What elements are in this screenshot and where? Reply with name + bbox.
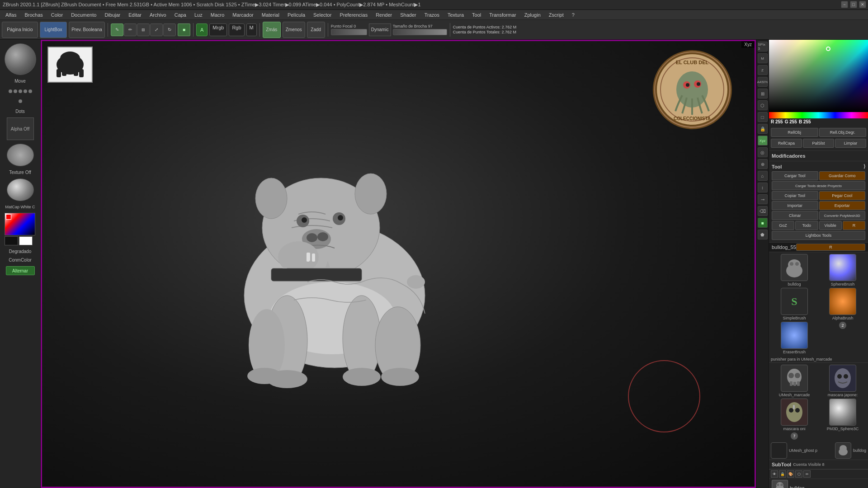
pm3d-sphere-img[interactable] — [829, 399, 856, 426]
rotate-button[interactable]: ↻ — [163, 23, 176, 36]
mimeso-icon[interactable]: M — [758, 53, 768, 63]
icon11[interactable]: ⊕ — [758, 159, 768, 169]
menu-documento[interactable]: Documento — [67, 11, 100, 19]
lightbox-button[interactable]: LightBox — [40, 22, 67, 38]
a-button[interactable]: A — [196, 23, 208, 36]
punto-focal-slider[interactable] — [331, 29, 367, 35]
limpiar-icon[interactable]: ⌫ — [758, 206, 768, 216]
icon12[interactable]: ⌂ — [758, 171, 768, 181]
menu-alfas[interactable]: Alfas — [2, 11, 20, 19]
zmas-button[interactable]: Zmás — [263, 22, 281, 38]
menu-macro[interactable]: Macro — [207, 11, 228, 19]
menu-material[interactable]: Material — [258, 11, 283, 19]
menu-preferencias[interactable]: Preferencias — [336, 11, 371, 19]
menu-capa[interactable]: Capa — [171, 11, 190, 19]
zadd-button[interactable]: Zadd — [307, 22, 325, 38]
menu-transformar[interactable]: Transformar — [486, 11, 520, 19]
alpha-box[interactable]: Alpha Off — [7, 117, 34, 140]
bulldog-r-button[interactable]: R — [796, 244, 865, 251]
menu-color[interactable]: Color — [47, 11, 66, 19]
eraser-brush-img[interactable] — [781, 322, 808, 349]
simple-brush-img[interactable]: S — [781, 288, 808, 315]
menu-archivo[interactable]: Archivo — [146, 11, 170, 19]
importar-button[interactable]: Importar — [772, 201, 818, 210]
subtool-icon-mesh[interactable]: ⬡ — [795, 470, 802, 478]
maximize-button[interactable]: □ — [850, 1, 857, 8]
color-black-swatch[interactable] — [5, 236, 18, 245]
sphere-brush-img[interactable] — [829, 254, 856, 281]
umesh-thumb-img[interactable] — [781, 365, 808, 392]
pegar-cool-button[interactable]: Pegar Cool — [819, 191, 866, 200]
color-picker-area[interactable] — [769, 40, 868, 112]
relcapa-button[interactable]: RellCapa — [771, 139, 802, 148]
subtool-bulldog-thumb[interactable] — [772, 480, 788, 488]
icon13[interactable]: ↕ — [758, 183, 768, 192]
material-box[interactable] — [7, 178, 34, 201]
texture-box[interactable] — [7, 144, 34, 166]
r-button[interactable]: R — [843, 221, 865, 230]
color-gradient[interactable] — [5, 213, 35, 235]
icon7[interactable]: □ — [758, 112, 768, 122]
dots-brush[interactable] — [7, 87, 34, 105]
menu-help[interactable]: ? — [568, 11, 578, 19]
mirror-button[interactable]: ⊞ — [137, 23, 150, 36]
clonar-button[interactable]: Clonar — [772, 211, 818, 220]
cargar-tool-button[interactable]: Cargar Tool — [772, 171, 818, 180]
minimize-button[interactable]: − — [841, 1, 848, 8]
bulldog-thumb-img[interactable] — [781, 254, 808, 281]
edit-button[interactable]: ✎ — [111, 23, 123, 36]
brush-preview[interactable] — [5, 43, 36, 75]
menu-editar[interactable]: Editar — [125, 11, 145, 19]
menu-zplugin[interactable]: Zplugin — [521, 11, 544, 19]
tool-expand-icon[interactable]: ⟩ — [863, 164, 865, 169]
green-icon[interactable]: ■ — [758, 218, 768, 228]
menu-luz[interactable]: Luz — [191, 11, 206, 19]
menu-selector[interactable]: Selector — [310, 11, 335, 19]
pagina-inicio-button[interactable]: Página Inicio — [2, 22, 38, 38]
zmenos-button[interactable]: Zmenos — [283, 22, 305, 38]
relobj-deg-button[interactable]: Rell.Obj.Degr. — [819, 128, 867, 137]
menu-render[interactable]: Render — [372, 11, 396, 19]
menu-marcador[interactable]: Marcador — [229, 11, 257, 19]
icon6[interactable]: ⬡ — [758, 100, 768, 110]
canvas-area[interactable]: EL CLUB DEL COLECCIONISTA Xyz — [41, 40, 756, 488]
color-preview[interactable]: ■ — [178, 23, 190, 36]
mascara-oni-img[interactable] — [781, 399, 808, 426]
menu-trazos[interactable]: Trazos — [421, 11, 443, 19]
subtool-icon-brush[interactable]: ✏ — [803, 470, 811, 478]
icon5[interactable]: ⊞ — [758, 89, 768, 99]
draw-button[interactable]: ✏ — [124, 23, 137, 36]
menu-brochas[interactable]: Brochas — [21, 11, 46, 19]
subtool-icon-eye[interactable]: 👁 — [771, 470, 778, 478]
subtool-icon-color[interactable]: 🎨 — [787, 470, 794, 478]
visible-button[interactable]: Visible — [819, 221, 842, 230]
dynamic-button[interactable]: Dynamic — [369, 23, 391, 36]
alpha-brush-img[interactable] — [829, 288, 856, 315]
lightbox-tools-button[interactable]: Lightbox Tools — [772, 231, 865, 240]
icon8[interactable]: 🔒 — [758, 124, 768, 134]
menu-pelicula[interactable]: Película — [284, 11, 309, 19]
bulldog2-img[interactable] — [835, 442, 851, 459]
cargar-tools-proyecto-button[interactable]: Cargar Tools desde Proyecto — [772, 181, 865, 190]
icon17[interactable]: ⬟ — [758, 230, 768, 239]
scale-button[interactable]: ⤢ — [150, 23, 163, 36]
aa50-icon[interactable]: AA50% — [758, 77, 768, 87]
todo-button[interactable]: Todo — [795, 221, 818, 230]
prev-booleana-button[interactable]: Prev. Booleana — [69, 22, 105, 38]
relobj-button[interactable]: RellObj — [771, 128, 818, 137]
menu-textura[interactable]: Textura — [444, 11, 467, 19]
umesh-ghost-img[interactable] — [771, 442, 787, 459]
copiar-tool-button[interactable]: Copiar Tool — [772, 191, 818, 200]
close-button[interactable]: ✕ — [859, 1, 866, 8]
menu-dibujar[interactable]: Dibujar — [101, 11, 124, 19]
xyz-icon[interactable]: Xyz — [758, 136, 768, 145]
m-button[interactable]: M — [246, 23, 257, 36]
guardar-como-button[interactable]: Guardar Como — [819, 171, 866, 180]
alternar-button[interactable]: Alternar — [6, 266, 35, 275]
hue-bar[interactable] — [769, 112, 868, 118]
exportar-button[interactable]: Exportar — [819, 201, 866, 210]
color-white-swatch[interactable] — [19, 236, 33, 245]
brocha-slider[interactable] — [393, 29, 447, 35]
menu-zscript[interactable]: Zscript — [545, 11, 567, 19]
limpiar-button[interactable]: Limpiar — [835, 139, 866, 148]
